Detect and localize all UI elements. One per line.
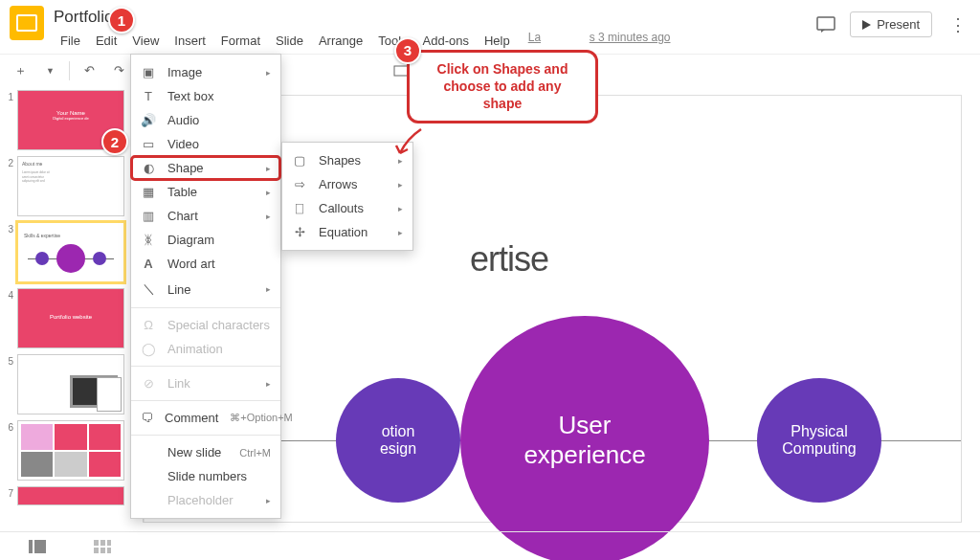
annotation-arrow [392,124,431,163]
menu-view[interactable]: View [125,31,166,51]
menu-file[interactable]: File [54,31,87,51]
chart-icon: ▥ [141,209,156,223]
equation-icon: ✢ [292,225,307,239]
thumb-2[interactable]: About meLorem ipsum dolor sitamet consec… [17,156,124,216]
menu-insert[interactable]: Insert [167,31,212,51]
menu-arrange[interactable]: Arrange [312,31,369,51]
submenu-arrows[interactable]: ⇨Arrows▸ [282,172,412,196]
redo-button[interactable]: ↷ [109,60,129,80]
circle-center[interactable]: User experience [460,316,709,560]
insert-comment[interactable]: 🗨Comment⌘+Option+M [131,406,280,430]
menu-edit[interactable]: Edit [89,31,123,51]
svg-rect-5 [394,66,408,76]
insert-wordart[interactable]: AWord art [131,252,280,276]
insert-video[interactable]: ▭Video [131,132,280,156]
special-icon: Ω [141,318,156,332]
insert-image[interactable]: ▣Image▸ [131,60,280,84]
thumb-7[interactable] [17,486,124,505]
insert-slidenumbers[interactable]: Slide numbers [131,464,280,488]
menu-slide[interactable]: Slide [269,31,310,51]
audio-icon: 🔊 [141,113,156,127]
insert-animation: ◯Animation [131,337,280,361]
svg-rect-0 [817,17,835,30]
circle-right[interactable]: Physical Computing [757,378,881,503]
slide-title: ertise [470,239,548,280]
comments-icon[interactable] [815,14,836,35]
svg-rect-7 [34,540,46,553]
svg-rect-13 [107,548,111,553]
svg-rect-12 [100,548,105,553]
menu-addons[interactable]: Add-ons [416,31,476,51]
thumb-3[interactable]: Skills & expertise [17,222,124,282]
insert-diagram[interactable]: ᛤDiagram [131,228,280,252]
annotation-1: 1 [108,7,135,34]
circle-left[interactable]: otion esign [336,378,460,503]
table-icon: ▦ [141,185,156,199]
image-icon: ▣ [141,65,156,79]
submenu-callouts[interactable]: ⎕Callouts▸ [282,196,412,220]
insert-special-characters: ΩSpecial characters [131,313,280,337]
insert-line[interactable]: ＼Line▸ [131,276,280,302]
menu-help[interactable]: Help [478,31,517,51]
present-button[interactable]: Present [850,11,932,37]
annotation-box: 3 Click on Shapes and choose to add any … [407,50,598,123]
submenu-equation[interactable]: ✢Equation▸ [282,220,412,244]
textbox-icon: T [141,89,156,103]
shapes-icon: ▢ [292,153,307,168]
diagram-icon: ᛤ [141,233,156,247]
new-slide-dropdown[interactable]: ▼ [41,63,59,78]
svg-rect-8 [94,540,99,546]
callouts-icon: ⎕ [292,201,307,215]
insert-table[interactable]: ▦Table▸ [131,180,280,204]
menu-format[interactable]: Format [214,31,267,51]
insert-placeholder: Placeholder▸ [131,488,280,512]
annotation-2: 2 [101,128,128,155]
insert-newslide[interactable]: New slideCtrl+M [131,440,280,464]
arrows-icon: ⇨ [292,177,307,191]
svg-rect-10 [107,540,111,546]
link-icon: ⊘ [141,376,156,391]
insert-shape[interactable]: ◐Shape▸ [131,156,280,180]
comment-icon: 🗨 [141,411,153,425]
svg-rect-11 [94,548,99,553]
line-icon: ＼ [141,280,156,298]
last-edit[interactable]: Last edit was 3 minutes ago [528,31,671,51]
video-icon: ▭ [141,137,156,151]
view-grid[interactable] [94,540,111,553]
thumb-5[interactable] [17,354,124,414]
doc-title[interactable]: Portfolio [54,6,815,29]
insert-chart[interactable]: ▥Chart▸ [131,204,280,228]
insert-dropdown: ▣Image▸ TText box 🔊Audio ▭Video ◐Shape▸ … [130,54,281,519]
shape-icon: ◐ [141,161,156,175]
svg-rect-6 [29,540,33,553]
undo-button[interactable]: ↶ [79,60,100,80]
new-slide-button[interactable]: ＋ [10,59,32,82]
svg-rect-9 [100,540,105,546]
insert-audio[interactable]: 🔊Audio [131,108,280,132]
insert-textbox[interactable]: TText box [131,84,280,108]
wordart-icon: A [141,257,156,271]
animation-icon: ◯ [141,342,156,356]
view-normal[interactable] [29,540,46,553]
annotation-3: 3 [394,37,421,64]
thumb-6[interactable] [17,420,124,481]
slides-logo [10,6,44,40]
insert-link: ⊘Link▸ [131,371,280,395]
thumb-4[interactable]: Portfolio website [17,288,124,348]
header-more[interactable]: ⋮ [946,14,970,35]
play-icon [862,20,871,30]
